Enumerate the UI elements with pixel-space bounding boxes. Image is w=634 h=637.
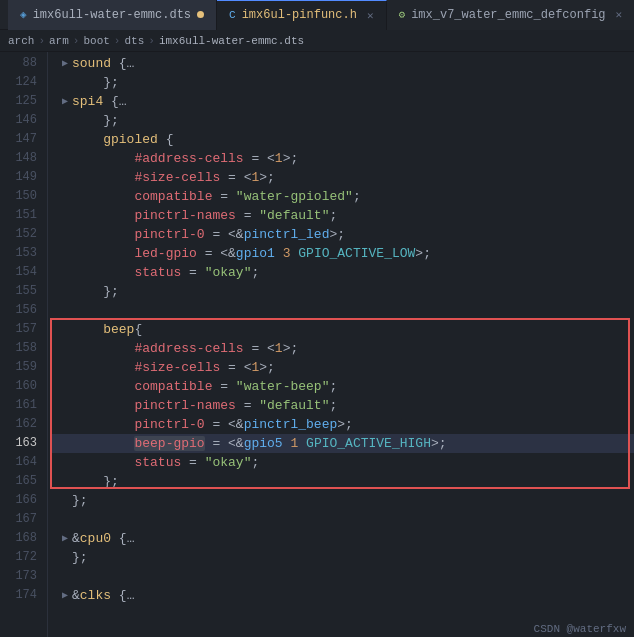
code-text-149: #size-cells = <1>; bbox=[72, 168, 275, 187]
breadcrumb-sep-4: › bbox=[148, 35, 155, 47]
code-line-159: #size-cells = <1>; bbox=[52, 358, 634, 377]
ln-157: 157 bbox=[8, 320, 37, 339]
tab-dts[interactable]: ◈ imx6ull-water-emmc.dts bbox=[8, 0, 217, 30]
code-text-163: beep-gpio = <&gpio5 1 GPIO_ACTIVE_HIGH>; bbox=[72, 434, 447, 453]
code-text-125: spi4 {… bbox=[72, 92, 127, 111]
fold-arrow-125[interactable]: ▶ bbox=[58, 92, 72, 111]
ln-88: 88 bbox=[8, 54, 37, 73]
code-text-165: }; bbox=[72, 472, 119, 491]
ln-174: 174 bbox=[8, 586, 37, 605]
breadcrumb-sep-2: › bbox=[73, 35, 80, 47]
ln-159: 159 bbox=[8, 358, 37, 377]
ln-154: 154 bbox=[8, 263, 37, 282]
tab-close-h[interactable]: ✕ bbox=[367, 9, 374, 22]
code-text-161: pinctrl-names = "default"; bbox=[72, 396, 337, 415]
code-line-150: compatible = "water-gpioled"; bbox=[52, 187, 634, 206]
code-line-148: #address-cells = <1>; bbox=[52, 149, 634, 168]
code-text-168: &cpu0 {… bbox=[72, 529, 134, 548]
code-line-125: ▶ spi4 {… bbox=[52, 92, 634, 111]
code-text-155: }; bbox=[72, 282, 119, 301]
code-line-165: }; bbox=[52, 472, 634, 491]
code-text-157: beep{ bbox=[72, 320, 142, 339]
code-text-159: #size-cells = <1>; bbox=[72, 358, 275, 377]
code-line-161: pinctrl-names = "default"; bbox=[52, 396, 634, 415]
line-numbers: 88 124 125 146 147 148 149 150 151 152 1… bbox=[0, 52, 48, 637]
ln-125: 125 bbox=[8, 92, 37, 111]
ln-166: 166 bbox=[8, 491, 37, 510]
code-line-160: compatible = "water-beep"; bbox=[52, 377, 634, 396]
ln-147: 147 bbox=[8, 130, 37, 149]
ln-172: 172 bbox=[8, 548, 37, 567]
code-line-166: }; bbox=[52, 491, 634, 510]
ln-158: 158 bbox=[8, 339, 37, 358]
code-text-154: status = "okay"; bbox=[72, 263, 259, 282]
tab-modified-dot bbox=[197, 11, 204, 18]
code-line-88: ▶ sound {… bbox=[52, 54, 634, 73]
code-line-158: #address-cells = <1>; bbox=[52, 339, 634, 358]
code-line-155: }; bbox=[52, 282, 634, 301]
code-line-156 bbox=[52, 301, 634, 320]
title-bar: ◈ imx6ull-water-emmc.dts C imx6ul-pinfun… bbox=[0, 0, 634, 30]
tab-label-dts: imx6ull-water-emmc.dts bbox=[33, 8, 191, 22]
ln-153: 153 bbox=[8, 244, 37, 263]
breadcrumb-sep-1: › bbox=[38, 35, 45, 47]
code-line-149: #size-cells = <1>; bbox=[52, 168, 634, 187]
breadcrumb-part-file: imx6ull-water-emmc.dts bbox=[159, 35, 304, 47]
tab-config[interactable]: ⚙ imx_v7_water_emmc_defconfig ✕ bbox=[387, 0, 634, 30]
code-text-164: status = "okay"; bbox=[72, 453, 259, 472]
ln-160: 160 bbox=[8, 377, 37, 396]
fold-arrow-168[interactable]: ▶ bbox=[58, 529, 72, 548]
code-line-163: beep-gpio = <&gpio5 1 GPIO_ACTIVE_HIGH>; bbox=[52, 434, 634, 453]
code-line-146: }; bbox=[52, 111, 634, 130]
editor: 88 124 125 146 147 148 149 150 151 152 1… bbox=[0, 52, 634, 637]
fold-arrow-174[interactable]: ▶ bbox=[58, 586, 72, 605]
code-line-157: beep{ bbox=[52, 320, 634, 339]
ln-167: 167 bbox=[8, 510, 37, 529]
code-text-166: }; bbox=[72, 491, 88, 510]
code-text-158: #address-cells = <1>; bbox=[72, 339, 298, 358]
breadcrumb-part-boot[interactable]: boot bbox=[83, 35, 109, 47]
ln-161: 161 bbox=[8, 396, 37, 415]
breadcrumb-part-dts[interactable]: dts bbox=[124, 35, 144, 47]
tab-icon-dts: ◈ bbox=[20, 8, 27, 21]
ln-124: 124 bbox=[8, 73, 37, 92]
code-text-147: gpioled { bbox=[72, 130, 173, 149]
ln-152: 152 bbox=[8, 225, 37, 244]
ln-162: 162 bbox=[8, 415, 37, 434]
code-text-148: #address-cells = <1>; bbox=[72, 149, 298, 168]
ln-151: 151 bbox=[8, 206, 37, 225]
code-text-172: }; bbox=[72, 548, 88, 567]
breadcrumb-part-arm[interactable]: arm bbox=[49, 35, 69, 47]
ln-168: 168 bbox=[8, 529, 37, 548]
ln-148: 148 bbox=[8, 149, 37, 168]
code-text-153: led-gpio = <&gpio1 3 GPIO_ACTIVE_LOW>; bbox=[72, 244, 431, 263]
ln-149: 149 bbox=[8, 168, 37, 187]
ln-150: 150 bbox=[8, 187, 37, 206]
code-text-124: }; bbox=[72, 73, 119, 92]
code-line-173 bbox=[52, 567, 634, 586]
code-text-150: compatible = "water-gpioled"; bbox=[72, 187, 361, 206]
code-line-162: pinctrl-0 = <&pinctrl_beep>; bbox=[52, 415, 634, 434]
code-content: ▶ sound {… }; ▶ spi4 {… }; gpioled { bbox=[48, 52, 634, 637]
ln-156: 156 bbox=[8, 301, 37, 320]
tab-close-config[interactable]: ✕ bbox=[616, 8, 623, 21]
code-text-88: sound {… bbox=[72, 54, 134, 73]
fold-arrow-88[interactable]: ▶ bbox=[58, 54, 72, 73]
tab-h[interactable]: C imx6ul-pinfunc.h ✕ bbox=[217, 0, 386, 30]
tab-icon-h: C bbox=[229, 9, 236, 21]
code-text-146: }; bbox=[72, 111, 119, 130]
code-line-153: led-gpio = <&gpio1 3 GPIO_ACTIVE_LOW>; bbox=[52, 244, 634, 263]
code-text-152: pinctrl-0 = <&pinctrl_led>; bbox=[72, 225, 345, 244]
ln-173: 173 bbox=[8, 567, 37, 586]
ln-155: 155 bbox=[8, 282, 37, 301]
code-line-167 bbox=[52, 510, 634, 529]
code-line-172: }; bbox=[52, 548, 634, 567]
code-line-154: status = "okay"; bbox=[52, 263, 634, 282]
tab-label-config: imx_v7_water_emmc_defconfig bbox=[411, 8, 605, 22]
tab-icon-config: ⚙ bbox=[399, 8, 406, 21]
tab-label-h: imx6ul-pinfunc.h bbox=[242, 8, 357, 22]
ln-146: 146 bbox=[8, 111, 37, 130]
code-text-151: pinctrl-names = "default"; bbox=[72, 206, 337, 225]
breadcrumb-part-arch[interactable]: arch bbox=[8, 35, 34, 47]
ln-164: 164 bbox=[8, 453, 37, 472]
